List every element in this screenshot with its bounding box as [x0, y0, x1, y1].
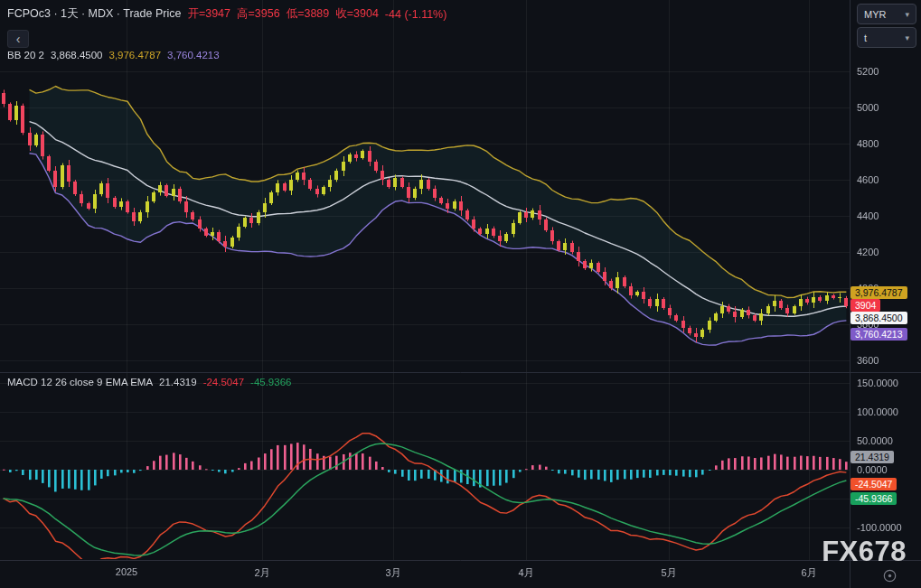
bb-legend-title: BB 20 2: [7, 50, 44, 61]
chevron-down-icon: ▾: [905, 33, 909, 42]
macd-tick-label: 50.0000: [857, 435, 893, 446]
price-tick-label: 4200: [857, 247, 879, 257]
bb-legend[interactable]: BB 20 2 3,868.4500 3,976.4787 3,760.4213: [7, 50, 220, 61]
ohlc-change: -44 (-1.11%): [385, 8, 447, 21]
currency-dropdown[interactable]: MYR ▾: [857, 4, 916, 24]
symbol-title[interactable]: FCPOc3 · 1天 · MDX · Trade Price: [7, 6, 181, 22]
macd-tick-label: 150.0000: [857, 378, 898, 388]
macd-tick-label: 0.0000: [857, 464, 888, 475]
time-axis-label: 2月: [254, 566, 269, 580]
time-axis-label: 3月: [385, 566, 400, 580]
unit-dropdown[interactable]: t ▾: [857, 27, 916, 48]
bb-upper-value: 3,976.4787: [108, 50, 161, 61]
macd-legend[interactable]: MACD 12 26 close 9 EMA EMA 21.4319 -24.5…: [7, 377, 291, 387]
macd-line-value: -24.5047: [203, 377, 244, 387]
chevron-down-icon: ▾: [905, 10, 909, 19]
bb-lower-value: 3,760.4213: [167, 50, 220, 61]
price-badge: 3,976.4787: [851, 286, 907, 299]
ohlc-low: 低=3889: [287, 6, 330, 22]
ohlc-high: 高=3956: [237, 6, 280, 22]
time-axis-label: 6月: [801, 566, 816, 580]
ohlc-open: 开=3947: [187, 6, 230, 22]
price-tick-label: 5000: [857, 102, 879, 113]
price-tick-label: 3600: [857, 355, 879, 366]
macd-tick-label: -100.0000: [857, 522, 902, 533]
price-badge: 3,868.4500: [851, 312, 907, 324]
price-tick-label: 4800: [857, 138, 879, 149]
back-button[interactable]: ‹: [7, 30, 29, 48]
macd-badge: -24.5047: [851, 478, 897, 490]
chart-window: FCPOc3 · 1天 · MDX · Trade Price 开=3947 高…: [0, 0, 921, 588]
macd-signal-value: -45.9366: [250, 377, 291, 387]
price-tick-label: 4400: [857, 210, 879, 221]
price-tick-label: 5200: [857, 66, 879, 77]
bb-basis-value: 3,868.4500: [51, 50, 103, 61]
time-axis-label: 4月: [518, 566, 533, 580]
currency-dropdown-value: MYR: [864, 9, 886, 20]
macd-badge: 21.4319: [851, 451, 894, 463]
unit-dropdown-value: t: [864, 33, 867, 43]
price-chart-canvas[interactable]: [0, 0, 921, 588]
macd-badge: -45.9366: [851, 492, 897, 505]
ohlc-close: 收=3904: [335, 6, 379, 22]
watermark: FX678: [822, 536, 907, 568]
time-axis[interactable]: 20252月3月4月5月6月: [0, 560, 921, 588]
price-badge: 3,760.4213: [851, 328, 907, 341]
time-axis-label: 2025: [116, 566, 137, 577]
target-icon[interactable]: [882, 568, 898, 583]
macd-legend-title: MACD 12 26 close 9 EMA EMA: [7, 377, 153, 387]
price-axis[interactable]: 520050004800460044004200400038003600150.…: [850, 0, 921, 560]
price-badge: 3904: [851, 299, 880, 312]
time-axis-label: 5月: [661, 566, 676, 580]
macd-hist-value: 21.4319: [159, 377, 197, 387]
price-tick-label: 4600: [857, 174, 879, 185]
symbol-legend: FCPOc3 · 1天 · MDX · Trade Price 开=3947 高…: [7, 6, 446, 22]
macd-tick-label: 100.0000: [857, 406, 898, 417]
